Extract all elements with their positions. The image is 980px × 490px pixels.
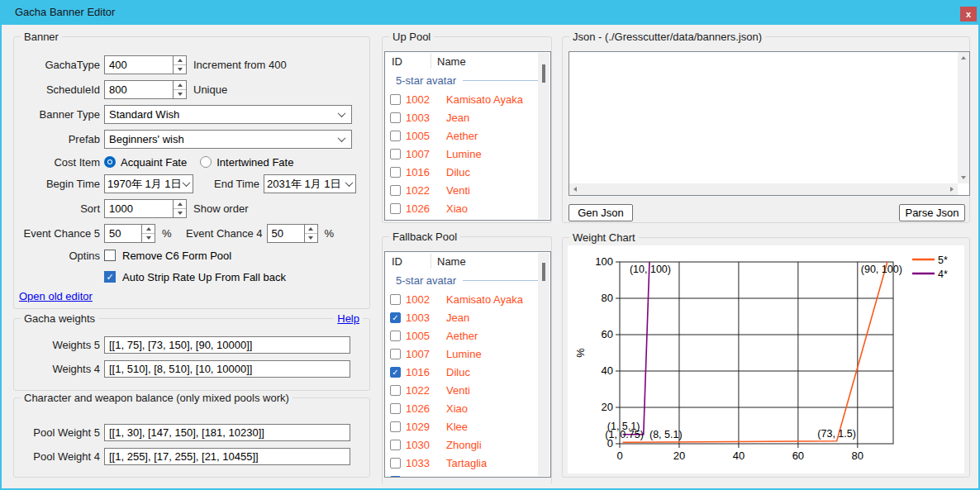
scrollbar[interactable]: [538, 53, 549, 219]
list-item[interactable]: 1003Jean: [385, 308, 550, 326]
list-item[interactable]: 1005Aether: [385, 126, 550, 145]
scroll-right-icon[interactable]: [946, 183, 958, 195]
weights-4-label: Weights 4: [14, 363, 100, 375]
row-checkbox[interactable]: [390, 167, 401, 178]
row-checkbox[interactable]: [390, 331, 401, 341]
time-row: Begin Time 1970年 1月 1日 End Time 2031年 1月…: [14, 174, 369, 193]
row-checkbox[interactable]: [390, 131, 401, 141]
horizontal-scrollbar[interactable]: [569, 183, 958, 195]
gacha-type-spinner[interactable]: 400: [104, 55, 187, 74]
prefab-select[interactable]: Beginners' wish: [104, 130, 352, 149]
json-textarea[interactable]: [568, 51, 970, 196]
svg-text:20: 20: [602, 401, 613, 413]
list-item[interactable]: 1029Klee: [385, 417, 550, 435]
scroll-down-icon[interactable]: [958, 172, 969, 183]
radio-acquaint-fate[interactable]: [104, 156, 116, 168]
spin-down-icon[interactable]: [174, 65, 186, 74]
list-item[interactable]: 1035Qiqi: [385, 472, 550, 478]
schedule-id-spinner[interactable]: 800: [104, 80, 187, 99]
radio-intertwined-fate[interactable]: [200, 156, 212, 168]
up-pool-group: Up Pool ID Name 5-star avatar 1002Kamisa…: [382, 36, 552, 223]
help-link[interactable]: Help: [334, 312, 363, 325]
auto-strip-checkbox[interactable]: [104, 271, 116, 283]
spin-down-icon[interactable]: [305, 234, 317, 242]
scroll-up-icon[interactable]: [958, 52, 969, 64]
list-item[interactable]: 1016Diluc: [385, 363, 550, 381]
event-chance-4-spinner[interactable]: 50: [267, 224, 318, 243]
event-chance-4-value: 50: [268, 225, 304, 242]
row-checkbox[interactable]: [390, 149, 401, 159]
list-item[interactable]: 1007Lumine: [385, 145, 550, 163]
begin-time-picker[interactable]: 1970年 1月 1日: [104, 174, 193, 193]
weights-4-input[interactable]: [[1, 510], [8, 510], [10, 10000]]: [104, 360, 350, 378]
row-checkbox[interactable]: [390, 458, 401, 469]
banner-type-select[interactable]: Standard Wish: [104, 105, 352, 124]
chevron-down-icon: [183, 178, 191, 187]
gen-json-button[interactable]: Gen Json: [568, 204, 633, 221]
spin-up-icon[interactable]: [174, 81, 186, 90]
up-pool-list[interactable]: ID Name 5-star avatar 1002Kamisato Ayaka…: [384, 51, 551, 221]
row-checkbox[interactable]: [390, 403, 401, 414]
spin-up-icon[interactable]: [174, 200, 186, 209]
scrollbar[interactable]: [538, 253, 549, 476]
pool-weight-5-input[interactable]: [[1, 30], [147, 150], [181, 10230]]: [104, 424, 350, 441]
item-name: Jean: [446, 112, 469, 124]
list-item[interactable]: 1002Kamisato Ayaka: [385, 90, 550, 108]
title-bar[interactable]: Gacha Banner Editor x: [0, 0, 980, 25]
spin-down-icon[interactable]: [174, 209, 186, 217]
list-item[interactable]: 1022Venti: [385, 381, 550, 399]
list-item[interactable]: 1022Venti: [385, 181, 550, 199]
list-item[interactable]: 1002Kamisato Ayaka: [385, 290, 550, 308]
list-item[interactable]: 1003Jean: [385, 108, 550, 126]
json-text[interactable]: [571, 54, 956, 182]
spin-down-icon[interactable]: [174, 90, 186, 98]
row-checkbox[interactable]: [390, 112, 401, 123]
list-item[interactable]: 1026Xiao: [385, 399, 550, 417]
row-checkbox[interactable]: [390, 294, 401, 305]
list-item[interactable]: 1030Zhongli: [385, 435, 550, 454]
row-checkbox[interactable]: [390, 349, 401, 359]
item-id: 1002: [406, 93, 439, 106]
svg-text:(73, 1.5): (73, 1.5): [817, 428, 856, 440]
item-id: 1022: [406, 384, 439, 397]
scroll-left-icon[interactable]: [569, 183, 581, 195]
banner-group-label: Banner: [21, 31, 62, 43]
row-checkbox[interactable]: [390, 94, 401, 105]
row-checkbox[interactable]: [390, 385, 401, 396]
end-time-picker[interactable]: 2031年 1月 1日: [264, 174, 356, 193]
sort-spinner[interactable]: 1000: [104, 199, 187, 218]
fallback-pool-list[interactable]: ID Name 5-star avatar 1002Kamisato Ayaka…: [384, 251, 551, 478]
row-checkbox[interactable]: [390, 476, 401, 478]
spin-up-icon[interactable]: [142, 225, 155, 234]
scrollbar-thumb[interactable]: [542, 64, 545, 83]
close-button[interactable]: x: [960, 7, 977, 21]
list-item[interactable]: 1033Tartaglia: [385, 454, 550, 472]
item-name: Venti: [446, 384, 470, 397]
name-column-header: Name: [431, 55, 466, 68]
prefab-value: Beginners' wish: [109, 133, 184, 145]
spin-up-icon[interactable]: [305, 225, 317, 234]
list-item[interactable]: 1005Aether: [385, 326, 550, 345]
weight-chart-label: Weight Chart: [569, 231, 639, 244]
list-item[interactable]: 1016Diluc: [385, 163, 550, 181]
row-checkbox[interactable]: [390, 203, 401, 214]
list-item[interactable]: 1007Lumine: [385, 345, 550, 363]
row-checkbox[interactable]: [390, 312, 401, 323]
row-checkbox[interactable]: [390, 440, 401, 450]
scrollbar-thumb[interactable]: [542, 263, 545, 281]
remove-c6-checkbox[interactable]: [104, 250, 116, 261]
pool-weight-4-input[interactable]: [[1, 255], [17, 255], [21, 10455]]: [104, 448, 350, 465]
item-name: Qiqi: [446, 475, 465, 478]
open-old-editor-link[interactable]: Open old editor: [19, 290, 93, 302]
weights-5-input[interactable]: [[1, 75], [73, 150], [90, 10000]]: [104, 336, 350, 354]
row-checkbox[interactable]: [390, 185, 401, 196]
row-checkbox[interactable]: [390, 421, 401, 432]
spin-down-icon[interactable]: [142, 234, 155, 242]
weights-5-row: Weights 5 [[1, 75], [73, 150], [90, 1000…: [14, 336, 369, 354]
list-item[interactable]: 1026Xiao: [385, 199, 550, 217]
spin-up-icon[interactable]: [174, 56, 186, 65]
vertical-scrollbar[interactable]: [958, 52, 969, 183]
parse-json-button[interactable]: Parse Json: [899, 204, 965, 221]
row-checkbox[interactable]: [390, 367, 401, 378]
event-chance-5-spinner[interactable]: 50: [104, 224, 155, 243]
